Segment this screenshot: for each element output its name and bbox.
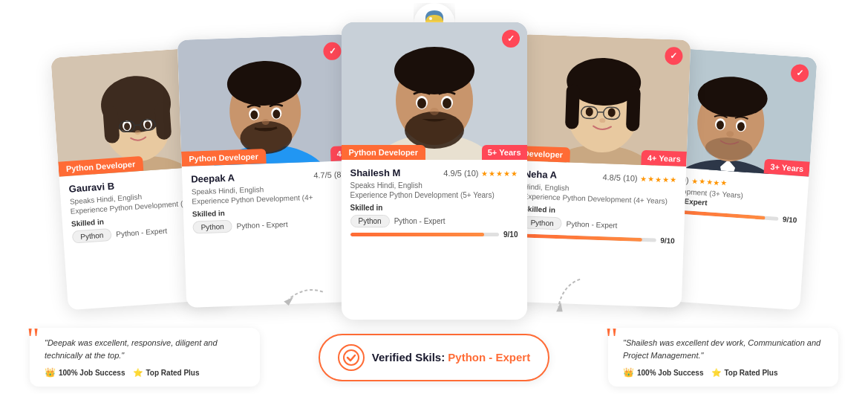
card-neha-photo: Developer 4+ Years	[515, 34, 691, 167]
shailesh-progress-value: 9/10	[503, 230, 518, 239]
job-success-right: 👑 100% Job Success	[623, 367, 704, 378]
card-neha-body: Neha A 4.8/5 (10) ★★★★★ Hindi, English E…	[512, 161, 686, 253]
card-neha[interactable]: Developer 4+ Years Neha A 4.8/5 (10) ★★★…	[511, 34, 691, 308]
quote-mark-right: "	[605, 323, 618, 355]
cards-area: Python Developer Gauravi B 4.7/5 (6) Spe…	[37, 22, 831, 312]
svg-line-15	[134, 125, 140, 126]
shailesh-skill-python: Python	[350, 215, 390, 227]
neha-progress-value: 9/10	[660, 236, 675, 245]
svg-point-1	[429, 17, 432, 20]
svg-point-34	[417, 98, 426, 109]
neha-skills-row: Python Python - Expert	[522, 216, 675, 233]
star-icon-left: ⭐	[133, 368, 143, 378]
card-shailesh[interactable]: Python Developer 5+ Years Shailesh M 4.9…	[342, 22, 527, 320]
job-success-label-left: 100% Job Success	[59, 369, 125, 377]
shailesh-progress-fill	[350, 233, 484, 236]
deepak-name: Deepak A	[191, 172, 235, 185]
job-success-label-right: 100% Job Success	[637, 369, 704, 377]
card-deepak-body: Deepak A 4.7/5 (8) Speaks Hindi, English…	[182, 161, 355, 242]
shailesh-progress-row: 9/10	[350, 230, 518, 239]
testimonial-right-text: "Shailesh was excellent dev work, Commun…	[623, 337, 826, 361]
gauravi-skill-python: Python	[72, 228, 112, 244]
verified-badge-shailesh	[502, 30, 520, 48]
main-scene: Python Developer Gauravi B 4.7/5 (6) Spe…	[0, 0, 868, 394]
verified-skills-badge: Verified Skils: Python - Expert	[319, 334, 549, 381]
card-deepak[interactable]: Python Developer 4+ Deepak A 4.7/5 (8) S…	[177, 34, 357, 308]
neha-name: Neha A	[524, 168, 558, 181]
verified-skills-icon	[338, 344, 365, 371]
verified-skills-text: Verified Skils: Python - Expert	[372, 351, 530, 364]
top-rated-right: ⭐ Top Rated Plus	[711, 368, 778, 378]
svg-point-36	[430, 108, 439, 115]
star-icon-right: ⭐	[711, 368, 722, 378]
testimonial-left-text: "Deepak was excellent, responsive, dilig…	[45, 337, 248, 361]
deepak-rating: 4.7/5 (8)	[313, 169, 344, 179]
crown-icon-right: 👑	[623, 367, 634, 378]
shailesh-skills-row: Python Python - Expert	[350, 215, 518, 227]
testimonial-left-meta: 👑 100% Job Success ⭐ Top Rated Plus	[45, 367, 248, 378]
svg-rect-8	[154, 102, 172, 140]
testimonial-right-meta: 👑 100% Job Success ⭐ Top Rated Plus	[623, 367, 826, 378]
svg-rect-41	[565, 84, 580, 129]
gauravi-name: Gauravi B	[68, 181, 114, 195]
gauravi-expert: Python - Expert	[116, 227, 168, 239]
shailesh-speaks: Speaks Hindi, English	[350, 181, 518, 190]
person5-progress-value: 9/10	[783, 215, 797, 224]
quote-mark-left: "	[27, 323, 39, 355]
shailesh-progress-bg	[350, 233, 500, 236]
neha-progress-bg	[522, 233, 656, 242]
shailesh-name: Shailesh M	[350, 167, 401, 178]
neha-expert: Python - Expert	[566, 219, 617, 229]
deepak-skill-python: Python	[192, 220, 232, 234]
top-rated-label-right: Top Rated Plus	[725, 369, 778, 377]
role-tag-shailesh: Python Developer	[342, 145, 426, 160]
card-deepak-photo: Python Developer 4+	[177, 34, 353, 167]
years-badge-shailesh: 5+ Years	[482, 145, 527, 160]
card-shailesh-body: Shailesh M 4.9/5 (10) ★★★★★ Speaks Hindi…	[342, 160, 527, 246]
top-rated-left: ⭐ Top Rated Plus	[133, 368, 200, 378]
svg-point-30	[394, 47, 474, 94]
neha-progress-row: 9/10	[522, 231, 675, 245]
shailesh-experience: Experience Python Development (5+ Years)	[350, 191, 518, 199]
testimonial-left: " "Deepak was excellent, responsive, dil…	[30, 328, 260, 387]
deepak-expert: Python - Expert	[237, 220, 288, 230]
bottom-section: " "Deepak was excellent, responsive, dil…	[0, 328, 868, 387]
crown-icon-left: 👑	[45, 367, 56, 378]
job-success-left: 👑 100% Job Success	[45, 367, 125, 378]
role-tag-deepak: Python Developer	[181, 149, 266, 167]
years-badge-neha: 4+ Years	[642, 150, 687, 167]
verified-skills-value: Python - Expert	[448, 351, 530, 364]
card-shailesh-photo: Python Developer 5+ Years	[342, 22, 527, 160]
deepak-skills-row: Python Python - Expert	[192, 216, 345, 233]
svg-point-63	[344, 350, 359, 365]
shailesh-rating: 4.9/5 (10) ★★★★★	[443, 169, 518, 178]
years-badge-person5: 3+ Years	[764, 159, 810, 177]
top-rated-label-left: Top Rated Plus	[146, 369, 200, 377]
svg-rect-7	[102, 106, 120, 143]
svg-rect-42	[626, 86, 641, 132]
svg-point-35	[443, 98, 451, 109]
testimonial-right: " "Shailesh was excellent dev work, Comm…	[608, 328, 838, 387]
shailesh-skilled-label: Skilled in	[350, 204, 518, 212]
neha-rating: 4.8/5 (10) ★★★★★	[602, 172, 676, 184]
neha-progress-fill	[522, 233, 643, 242]
svg-point-31	[405, 112, 464, 149]
shailesh-expert: Python - Expert	[394, 217, 446, 225]
neha-skill-python: Python	[522, 216, 562, 230]
